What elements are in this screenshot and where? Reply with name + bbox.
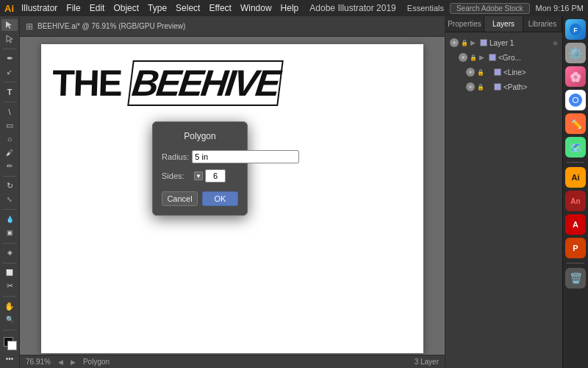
gradient-tool[interactable]: ▣ (1, 227, 18, 238)
toolbar-separator-8 (3, 296, 16, 297)
sides-decrement-button[interactable]: ▼ (194, 171, 203, 180)
menu-illustrator[interactable]: Illustrator (21, 3, 57, 13)
menu-object[interactable]: Object (113, 3, 139, 13)
layer-row-group[interactable]: 👁 🔒 ▶ <Gro... (448, 50, 559, 65)
blend-tool[interactable]: ◈ (1, 247, 18, 258)
lock-icon-layer1: 🔒 (461, 40, 468, 46)
toolbar-separator-1 (3, 49, 16, 49)
text-tool[interactable]: T (1, 86, 18, 98)
curvature-tool[interactable]: ↙ (1, 66, 18, 78)
expand-icon-group[interactable]: ▶ (479, 54, 487, 61)
nav-forward-button[interactable]: ▶ (71, 358, 76, 366)
sides-value: 6 (205, 169, 226, 183)
main-layout: ✒ ↙ T \ ▭ ○ 🖌 ✏ ↻ ⤡ 💧 ▣ ◈ ⬜ ✂ ✋ 🔍 ••• (0, 16, 588, 368)
menu-select[interactable]: Select (176, 3, 200, 13)
dock-powerpoint[interactable]: P (565, 238, 586, 258)
menu-type[interactable]: Type (148, 3, 167, 13)
layer-color-swatch-group (489, 54, 496, 61)
layer-row-path[interactable]: 👁 🔒 <Path> (448, 79, 559, 94)
dock-pencil-app[interactable]: ✏️ (565, 113, 586, 134)
dock-trash[interactable]: 🗑️ (565, 268, 586, 289)
tab-properties[interactable]: Properties (445, 16, 484, 32)
pen-tool[interactable]: ✒ (1, 52, 18, 64)
menu-help[interactable]: Help (281, 3, 299, 13)
visibility-icon-path[interactable]: 👁 (466, 82, 475, 91)
expand-icon-layer1[interactable]: ▶ (470, 39, 478, 46)
ellipse-tool[interactable]: ○ (1, 133, 18, 145)
direct-select-tool[interactable] (1, 32, 18, 44)
dock-photos[interactable]: 🌸 (565, 66, 586, 87)
radius-input[interactable] (192, 150, 299, 163)
scale-tool[interactable]: ⤡ (1, 194, 18, 205)
sides-label: Sides: (162, 171, 191, 180)
dock-chrome[interactable] (565, 90, 586, 110)
panel-tabs: Properties Layers Libraries (445, 16, 562, 32)
essentials-label[interactable]: Essentials (407, 4, 444, 13)
zoom-tool[interactable]: 🔍 (1, 314, 18, 325)
dialog-radius-field: Radius: (162, 150, 238, 163)
line-tool[interactable]: \ (1, 106, 18, 118)
pencil-tool[interactable]: ✏ (1, 160, 18, 171)
toolbar-separator-6 (3, 243, 16, 244)
hand-tool[interactable]: ✋ (1, 300, 18, 312)
menu-effect[interactable]: Effect (209, 3, 231, 13)
dock-maps[interactable]: 🗺️ (565, 137, 586, 158)
layer-row-line[interactable]: 👁 🔒 <Line> (448, 65, 559, 79)
dock-illustrator[interactable]: Ai (565, 167, 586, 188)
selection-tool[interactable] (1, 19, 18, 31)
dialog-sides-field: Sides: ▼ 6 (162, 169, 238, 183)
radius-label: Radius: (162, 152, 189, 161)
toolbar-separator-4 (3, 176, 16, 177)
lock-icon-path: 🔒 (477, 84, 484, 91)
svg-point-4 (573, 98, 578, 102)
more-tools[interactable]: ••• (1, 353, 18, 365)
app-name-center: Adobe Illustrator 2019 (298, 3, 407, 13)
lock-icon-line: 🔒 (477, 69, 484, 76)
grid-icon: ⊞ (26, 21, 33, 32)
nav-back-button[interactable]: ◀ (58, 358, 63, 366)
layer-name-path: <Path> (503, 83, 558, 91)
ok-button[interactable]: OK (202, 191, 238, 206)
layer-name-line: <Line> (503, 68, 558, 77)
tab-libraries[interactable]: Libraries (523, 16, 562, 32)
visibility-icon-group[interactable]: 👁 (459, 53, 467, 62)
brush-tool[interactable]: 🖌 (1, 146, 18, 158)
app-logo: Ai (4, 3, 14, 14)
eyedropper-tool[interactable]: 💧 (1, 213, 18, 225)
toolbar-separator-3 (3, 102, 16, 102)
rotate-tool[interactable]: ↻ (1, 180, 18, 191)
status-bar: 76.91% ◀ ▶ Polygon 3 Layer (20, 355, 445, 368)
dock-acrobat[interactable]: A (565, 214, 586, 235)
visibility-icon-line[interactable]: 👁 (466, 68, 475, 77)
layer-color-swatch-path (494, 83, 501, 91)
toolbar-separator-5 (3, 209, 16, 210)
zoom-level[interactable]: 76.91% (26, 358, 51, 366)
canvas-area: ⊞ BEEHIVE.ai* @ 76.91% (RGB/GPU Preview)… (20, 16, 445, 368)
sub-toolbar: ⊞ BEEHIVE.ai* @ 76.91% (RGB/GPU Preview) (20, 16, 445, 37)
layer-color-swatch-layer1 (480, 39, 487, 46)
menu-window[interactable]: Window (240, 3, 272, 13)
menu-edit[interactable]: Edit (90, 3, 105, 13)
menu-time: Mon 9:16 PM (536, 4, 584, 13)
menu-file[interactable]: File (66, 3, 80, 13)
menu-bar: Ai Illustrator File Edit Object Type Sel… (0, 0, 588, 16)
search-stock[interactable]: Search Adobe Stock (450, 3, 530, 14)
tab-layers[interactable]: Layers (484, 16, 523, 32)
canvas-wrapper[interactable]: THE BEEHIVE Polygon Radius: (20, 37, 445, 355)
menubar-right: Essentials Search Adobe Stock Mon 9:16 P… (407, 3, 584, 14)
toolbar-separator-9 (3, 330, 16, 330)
lock-icon-group: 🔒 (470, 54, 477, 61)
layer-options-icon[interactable]: ◉ (553, 40, 558, 46)
slice-tool[interactable]: ✂ (1, 280, 18, 292)
artboard-tool[interactable]: ⬜ (1, 266, 18, 278)
layer-count-label: 3 Layer (415, 358, 439, 366)
dock-system-prefs[interactable]: ⚙️ (565, 43, 586, 63)
dock-separator-2 (567, 263, 584, 263)
fill-stroke-colors[interactable] (1, 335, 18, 347)
layer-row-layer1[interactable]: 👁 🔒 ▶ Layer 1 ◉ (448, 35, 559, 50)
visibility-icon-layer1[interactable]: 👁 (450, 38, 459, 47)
dock-finder[interactable]: F (565, 19, 586, 40)
cancel-button[interactable]: Cancel (162, 191, 198, 206)
rect-tool[interactable]: ▭ (1, 119, 18, 131)
dock-animate[interactable]: An (565, 191, 586, 211)
